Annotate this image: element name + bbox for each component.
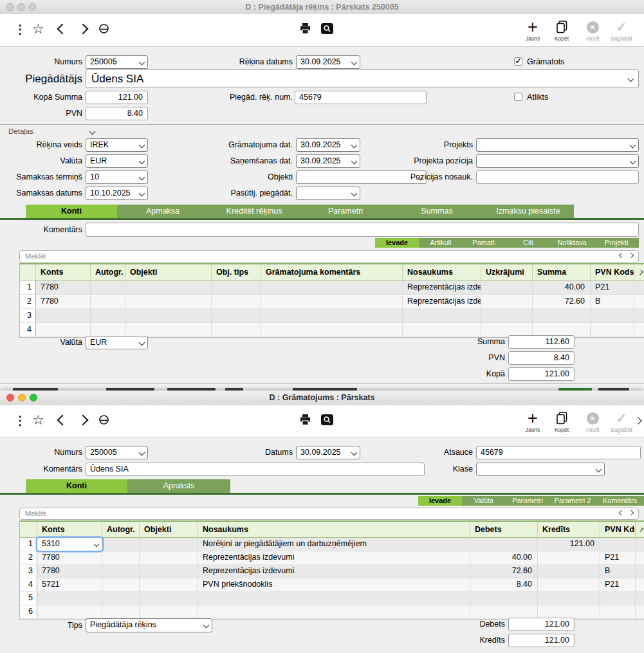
pieg-rek-num-field[interactable]: 45679 bbox=[295, 91, 427, 104]
klase-combo[interactable] bbox=[476, 463, 605, 476]
attachment-icon[interactable] bbox=[98, 414, 110, 426]
column-scroll-arrows[interactable] bbox=[620, 253, 633, 257]
tips-combo[interactable]: Piegādātāja rēķins bbox=[86, 618, 212, 632]
save-button[interactable]: ✓ Saglabāt bbox=[607, 410, 636, 433]
copy-record-button[interactable]: Kopēt bbox=[547, 19, 576, 42]
favorite-star-icon[interactable]: ☆ bbox=[32, 21, 44, 37]
cell-nosaukums[interactable]: PVN priekšnodoklis bbox=[198, 578, 470, 591]
col-summa[interactable]: Summa bbox=[533, 264, 591, 280]
tab-apmaksa[interactable]: Apmaksa bbox=[117, 205, 208, 218]
cancel-button[interactable]: ✕ Atcelt bbox=[578, 410, 607, 433]
valuta-combo[interactable]: EUR bbox=[86, 154, 148, 168]
kebab-menu-icon[interactable]: ⋮ bbox=[14, 22, 26, 37]
cell-konts[interactable]: 5721 bbox=[37, 578, 102, 591]
col-pvn-kds[interactable]: PVN Kds. bbox=[600, 522, 636, 537]
subtab-ievade[interactable]: Ievade bbox=[375, 238, 419, 248]
cell-nosaukums[interactable]: Reprezentācijas izdevumi bbox=[198, 565, 470, 578]
col-kredits[interactable]: Kredīts bbox=[538, 522, 600, 537]
close-window-button[interactable] bbox=[6, 394, 14, 401]
footer-valuta-combo[interactable]: EUR bbox=[86, 336, 148, 349]
projekta-pozicija-combo[interactable] bbox=[476, 154, 639, 168]
title-bar[interactable]: D : Piegādātāja rēķins : Pārskats 250005 bbox=[0, 0, 644, 15]
cell-pvn-kods[interactable]: B bbox=[591, 295, 634, 308]
numurs-combo[interactable]: 250005 bbox=[86, 446, 148, 459]
tab-parametri[interactable]: Parametri bbox=[300, 205, 391, 218]
subtab-pamatl[interactable]: Pamatl. bbox=[463, 238, 506, 248]
cell-nosaukums[interactable]: Reprezentācijas izdevumi bbox=[198, 551, 470, 564]
column-scroll-arrows[interactable] bbox=[620, 511, 633, 515]
col-nosaukums[interactable]: Nosaukums bbox=[198, 522, 470, 537]
minimize-window-button[interactable] bbox=[18, 394, 26, 401]
print-icon[interactable] bbox=[299, 414, 311, 426]
subtab-valuta[interactable]: Valūta bbox=[462, 496, 506, 506]
scroll-right-icon[interactable] bbox=[636, 522, 644, 537]
tab-izmaksu-piesaiste[interactable]: Izmaksu piesaiste bbox=[483, 205, 574, 218]
subtab-noliktava[interactable]: Noliktava bbox=[550, 238, 594, 248]
col-autogr[interactable]: Autogr. bbox=[91, 264, 125, 280]
rekina-datums-combo[interactable]: 30.09.2025 bbox=[296, 55, 360, 69]
search-record-icon[interactable] bbox=[321, 414, 333, 425]
kopa-summa-field[interactable]: 121.00 bbox=[86, 91, 148, 104]
col-obj-tips[interactable]: Obj. tips bbox=[212, 264, 261, 280]
col-konts[interactable]: Konts bbox=[37, 522, 102, 537]
rekina-veids-combo[interactable]: IREK bbox=[86, 138, 148, 152]
col-uzkrajumi[interactable]: Uzkrājumi bbox=[481, 264, 533, 280]
gramatots-checkbox[interactable]: ✓ bbox=[514, 57, 522, 66]
search-input[interactable]: Meklēt bbox=[19, 250, 639, 262]
back-icon[interactable] bbox=[57, 415, 68, 426]
numurs-combo[interactable]: 250005 bbox=[86, 55, 148, 69]
col-objekti[interactable]: Objekti bbox=[125, 264, 212, 280]
tab-konti[interactable]: Konti bbox=[26, 205, 117, 218]
close-window-button[interactable] bbox=[6, 3, 14, 11]
cell-debets[interactable]: 8.40 bbox=[470, 578, 538, 591]
col-objekti[interactable]: Objekti bbox=[140, 522, 198, 537]
datums-combo[interactable]: 30.09.2025 bbox=[296, 446, 360, 459]
cell-summa[interactable]: 40.00 bbox=[533, 281, 591, 294]
cell-summa[interactable]: 72.60 bbox=[533, 295, 591, 308]
subtab-artikuli[interactable]: Artikuli bbox=[419, 238, 463, 248]
chevron-down-icon[interactable] bbox=[628, 76, 634, 82]
chevron-down-icon[interactable] bbox=[94, 542, 99, 547]
zoom-window-button[interactable] bbox=[28, 3, 36, 11]
search-input[interactable]: Meklēt bbox=[19, 508, 639, 520]
subtab-ievade[interactable]: Ievade bbox=[418, 496, 462, 506]
print-icon[interactable] bbox=[299, 23, 311, 35]
cell-nosaukums[interactable]: Norēķini ar piegādātājiem un darbuzņēmēj… bbox=[198, 538, 470, 551]
samaksas-termins-combo[interactable]: 10 bbox=[86, 170, 148, 184]
toolbar-overflow-icon[interactable] bbox=[634, 417, 641, 424]
detalas-disclosure-icon[interactable] bbox=[89, 129, 96, 135]
pozicijas-nosauk-field[interactable] bbox=[476, 170, 639, 184]
new-record-button[interactable]: + Jauns bbox=[519, 19, 547, 42]
komentars-field[interactable]: Ūdens SIA bbox=[86, 463, 425, 476]
tab-summas[interactable]: Summas bbox=[391, 205, 483, 218]
cell-pvn-kods[interactable]: P21 bbox=[591, 281, 634, 294]
pasutij-piegadat-combo[interactable] bbox=[296, 187, 360, 200]
favorite-star-icon[interactable]: ☆ bbox=[32, 412, 44, 428]
minimize-window-button[interactable] bbox=[17, 3, 25, 11]
tab-apraksts[interactable]: Apraksts bbox=[127, 479, 230, 493]
samaksas-datums-combo[interactable]: 10.10.2025 bbox=[86, 187, 148, 200]
cell-konts-focused[interactable]: 5310 bbox=[37, 538, 102, 551]
title-bar[interactable]: D : Grāmatojums : Pārskats bbox=[0, 391, 644, 406]
gramatojuma-dat-combo[interactable]: 30.09.2025 bbox=[296, 138, 360, 152]
subtab-komentars[interactable]: Komentārs bbox=[596, 496, 644, 506]
copy-record-button[interactable]: Kopēt bbox=[547, 410, 576, 433]
cell-konts[interactable]: 7780 bbox=[37, 565, 102, 578]
search-record-icon[interactable] bbox=[321, 23, 333, 34]
cell-konts[interactable]: 7780 bbox=[37, 551, 102, 564]
kebab-menu-icon[interactable]: ⋮ bbox=[14, 413, 26, 428]
col-gramatojuma-komentars[interactable]: Grāmatojuma komentārs bbox=[261, 264, 403, 280]
back-icon[interactable] bbox=[57, 24, 68, 35]
forward-icon[interactable] bbox=[78, 415, 89, 426]
piegadatajs-field[interactable]: Ūdens SIA bbox=[86, 69, 639, 88]
subtab-projekti[interactable]: Projekti bbox=[594, 238, 639, 248]
cell-nosaukums[interactable]: Reprezentācijas izdevumi bbox=[403, 295, 481, 308]
col-debets[interactable]: Debets bbox=[470, 522, 538, 537]
sanemsanas-dat-combo[interactable]: 30.09.2025 bbox=[296, 154, 360, 168]
scroll-right-icon[interactable] bbox=[634, 264, 644, 280]
cell-konts[interactable]: 7780 bbox=[36, 281, 91, 294]
zoom-window-button[interactable] bbox=[30, 394, 37, 401]
cell-debets[interactable]: 72.60 bbox=[470, 565, 538, 578]
save-button[interactable]: ✓ Saglabāt bbox=[607, 19, 636, 42]
col-autogr[interactable]: Autogr. bbox=[102, 522, 140, 537]
